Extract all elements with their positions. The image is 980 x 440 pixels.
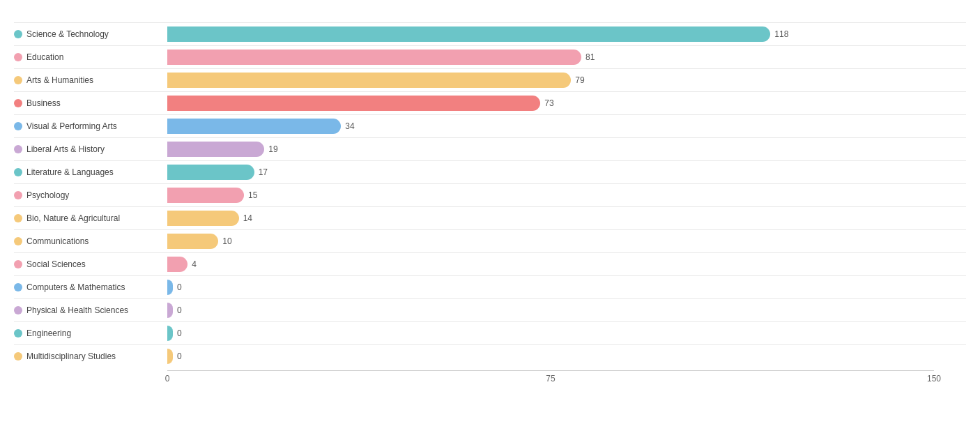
bar-value: 4 (192, 259, 197, 269)
bar-fill (167, 119, 341, 134)
bar-label-text: Multidisciplinary Studies (26, 351, 116, 361)
x-axis: 075150 (167, 370, 934, 374)
bar-label: Bio, Nature & Agricultural (14, 213, 167, 223)
bar-track: 0 (167, 279, 966, 296)
label-dot (14, 168, 22, 176)
label-dot (14, 122, 22, 130)
bar-track: 34 (167, 118, 966, 135)
bar-value: 0 (177, 351, 182, 361)
bar-track: 79 (167, 72, 966, 89)
bar-row: Computers & Mathematics0 (14, 275, 966, 298)
bar-fill (167, 165, 254, 180)
bar-label-text: Science & Technology (26, 29, 109, 39)
bar-row: Bio, Nature & Agricultural14 (14, 206, 966, 229)
bar-value: 17 (259, 167, 268, 177)
bar-label-text: Liberal Arts & History (26, 144, 105, 154)
bar-label-text: Literature & Languages (26, 167, 114, 177)
bar-fill (167, 50, 581, 65)
label-dot (14, 191, 22, 199)
bar-label: Arts & Humanities (14, 75, 167, 85)
bar-fill (167, 326, 173, 341)
bar-label: Psychology (14, 190, 167, 200)
bar-label-text: Communications (26, 236, 89, 246)
bar-label: Visual & Performing Arts (14, 121, 167, 131)
bar-value: 118 (774, 29, 788, 39)
label-dot (14, 306, 22, 314)
label-dot (14, 283, 22, 291)
bar-value: 34 (345, 121, 354, 131)
bar-label-text: Business (26, 98, 61, 108)
bar-fill (167, 96, 540, 111)
bar-track: 17 (167, 164, 966, 181)
bar-track: 0 (167, 302, 966, 319)
bar-track: 118 (167, 26, 966, 43)
bar-track: 73 (167, 95, 966, 112)
bar-fill (167, 349, 173, 364)
bar-value: 19 (268, 144, 277, 154)
bar-label: Engineering (14, 328, 167, 338)
bar-row: Business73 (14, 91, 966, 114)
bar-track: 15 (167, 187, 966, 204)
bar-value: 79 (575, 75, 584, 85)
bar-fill (167, 26, 770, 42)
bar-value: 81 (585, 52, 595, 62)
bar-track: 0 (167, 348, 966, 365)
bar-label-text: Physical & Health Sciences (26, 305, 128, 315)
bar-label: Business (14, 98, 167, 108)
bar-track: 14 (167, 210, 966, 227)
label-dot (14, 76, 22, 84)
bar-value: 0 (177, 328, 182, 338)
bar-label: Science & Technology (14, 29, 167, 39)
bar-label: Communications (14, 236, 167, 246)
bar-row: Education81 (14, 45, 966, 68)
bar-row: Arts & Humanities79 (14, 68, 966, 91)
bar-label-text: Computers & Mathematics (26, 282, 125, 292)
bar-value: 10 (222, 236, 231, 246)
label-dot (14, 30, 22, 38)
bar-fill (167, 257, 187, 272)
label-dot (14, 352, 22, 361)
bar-row: Visual & Performing Arts34 (14, 114, 966, 137)
bar-row: Multidisciplinary Studies0 (14, 344, 966, 367)
bar-row: Communications10 (14, 229, 966, 252)
bar-label-text: Engineering (26, 328, 71, 338)
bar-row: Literature & Languages17 (14, 160, 966, 183)
bars-area: Science & Technology118Education81Arts &… (14, 22, 966, 367)
bar-fill (167, 142, 264, 157)
bar-label-text: Bio, Nature & Agricultural (26, 213, 120, 223)
bar-value: 14 (243, 213, 252, 223)
label-dot (14, 99, 22, 107)
label-dot (14, 145, 22, 153)
label-dot (14, 214, 22, 222)
label-dot (14, 260, 22, 268)
bar-track: 81 (167, 49, 966, 66)
bar-label-text: Psychology (26, 190, 69, 200)
bar-value: 15 (248, 190, 257, 200)
bar-row: Physical & Health Sciences0 (14, 298, 966, 321)
bar-track: 10 (167, 233, 966, 250)
bar-fill (167, 211, 239, 226)
bar-label: Multidisciplinary Studies (14, 351, 167, 361)
bar-fill (167, 188, 244, 203)
bar-value: 0 (177, 305, 182, 315)
chart-container: Science & Technology118Education81Arts &… (0, 0, 980, 440)
bar-label: Social Sciences (14, 259, 167, 269)
bar-label: Education (14, 52, 167, 62)
bar-label: Literature & Languages (14, 167, 167, 177)
bar-label-text: Social Sciences (26, 259, 86, 269)
bar-label-text: Arts & Humanities (26, 75, 93, 85)
bar-fill (167, 234, 218, 249)
x-tick: 75 (546, 374, 555, 384)
bar-track: 0 (167, 325, 966, 342)
bar-label-text: Education (26, 52, 63, 62)
bar-row: Social Sciences4 (14, 252, 966, 275)
bar-row: Liberal Arts & History19 (14, 137, 966, 160)
bar-row: Psychology15 (14, 183, 966, 206)
bar-fill (167, 280, 173, 295)
bar-row: Science & Technology118 (14, 22, 966, 45)
bar-fill (167, 303, 173, 318)
bar-label: Physical & Health Sciences (14, 305, 167, 315)
bar-row: Engineering0 (14, 321, 966, 344)
bar-label: Computers & Mathematics (14, 282, 167, 292)
bar-track: 19 (167, 141, 966, 158)
